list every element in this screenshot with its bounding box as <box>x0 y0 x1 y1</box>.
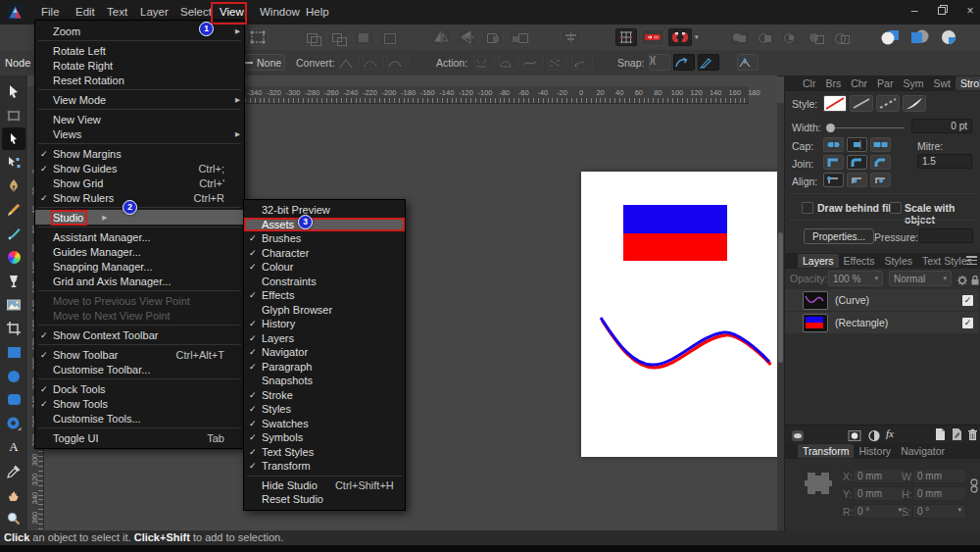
join-bevel-button[interactable] <box>870 155 891 170</box>
menu-item-views[interactable]: Views▶ <box>35 126 244 141</box>
layer-row-curve[interactable]: (Curve)✓ <box>785 289 979 311</box>
menubar-item-edit[interactable]: Edit <box>72 3 99 21</box>
panel-menu-icon[interactable] <box>966 256 977 265</box>
stroke-panel-tab-swt[interactable]: Swt <box>928 76 956 90</box>
layers-panel-tab-styles[interactable]: Styles <box>879 254 917 268</box>
menu-item-show-tools[interactable]: ✓Show Tools <box>35 396 244 411</box>
layers-panel-tab-effects[interactable]: Effects <box>839 254 880 268</box>
link-dimensions-icon[interactable] <box>970 477 978 500</box>
menu-item-show-grid[interactable]: Show GridCtrl+' <box>35 176 244 190</box>
vector-crop-tool-button[interactable] <box>2 318 25 340</box>
transform-field-s[interactable]: 0 °▾ <box>912 504 966 519</box>
menu-item-glyph-browser[interactable]: Glyph Browser <box>244 303 405 318</box>
join-round-button[interactable] <box>847 155 867 170</box>
width-slider-knob[interactable] <box>826 124 835 132</box>
rounded-rectangle-tool-button[interactable] <box>2 388 25 411</box>
transform-panel-tab-history[interactable]: History <box>854 444 896 458</box>
menu-item-swatches[interactable]: ✓Swatches <box>244 417 405 431</box>
menu-item-colour[interactable]: ✓Colour <box>244 260 405 275</box>
transform-anchor-widget[interactable] <box>802 468 837 503</box>
artboard-tool-button[interactable] <box>2 104 25 126</box>
insert-inside-button[interactable] <box>937 28 962 46</box>
layer-effects-fx-icon[interactable]: fx <box>886 427 894 439</box>
transform-panel-tab-transform[interactable]: Transform <box>798 444 854 458</box>
menu-item-transform[interactable]: ✓Transform <box>244 459 405 474</box>
insert-on-top-button[interactable] <box>907 28 933 46</box>
menu-item-text-styles[interactable]: ✓Text Styles <box>244 445 405 460</box>
layer-row-rectangle[interactable]: (Rectangle)✓ <box>785 312 979 333</box>
menu-item-reset-studio[interactable]: Reset Studio <box>244 492 405 507</box>
vector-brush-tool-button[interactable] <box>2 223 25 245</box>
stroke-style-brush-button[interactable] <box>903 95 926 112</box>
menu-item-symbols[interactable]: ✓Symbols <box>244 430 405 445</box>
zoom-tool-button[interactable] <box>2 507 25 529</box>
menu-item-layers[interactable]: ✓Layers <box>244 331 405 346</box>
menubar-item-text[interactable]: Text <box>103 3 131 21</box>
menu-item-hide-studio[interactable]: Hide StudioCtrl+Shift+H <box>244 478 405 493</box>
transform-field-x[interactable]: 0 mm <box>853 469 906 483</box>
minimize-button[interactable]: – <box>904 3 925 21</box>
lock-icon[interactable] <box>970 273 980 290</box>
menubar-item-file[interactable]: File <box>37 3 64 21</box>
menu-item-show-guides[interactable]: ✓Show GuidesCtrl+; <box>35 161 244 176</box>
flag-rectangle-red[interactable] <box>623 233 727 261</box>
menu-item-show-context-toolbar[interactable]: ✓Show Context Toolbar <box>35 327 244 342</box>
menu-item-show-margins[interactable]: ✓Show Margins <box>35 146 244 161</box>
menu-item-snapping-manager[interactable]: Snapping Manager... <box>35 259 244 274</box>
show-grid-toggle[interactable] <box>615 28 637 46</box>
stroke-style-solid-button[interactable] <box>850 95 873 112</box>
menubar-item-layer[interactable]: Layer <box>136 3 172 21</box>
menu-item-customise-tools[interactable]: Customise Tools... <box>35 411 244 426</box>
menu-item-show-rulers[interactable]: ✓Show RulersCtrl+R <box>35 190 244 205</box>
donut-tool-button[interactable] <box>2 413 25 435</box>
cap-butt-button[interactable] <box>847 137 867 152</box>
menubar-item-window[interactable]: Window <box>256 3 304 21</box>
transparency-tool-button[interactable] <box>2 271 25 293</box>
mitre-value-field[interactable]: 1.5 <box>917 154 972 169</box>
transform-field-r[interactable]: 0 °▾ <box>853 504 906 519</box>
snap-to-geometry-button[interactable]: )( <box>649 54 670 71</box>
construction-snap-button[interactable] <box>698 54 719 71</box>
menu-item-assets[interactable]: Assets <box>244 218 405 232</box>
align-center-button[interactable] <box>823 173 844 187</box>
menu-item-styles[interactable]: ✓Styles <box>244 402 405 417</box>
menu-item-effects[interactable]: ✓Effects <box>244 288 405 303</box>
stroke-panel-tab-brs[interactable]: Brs <box>820 76 846 90</box>
menu-item-new-view[interactable]: New View <box>35 112 244 126</box>
menu-item-32-bit-preview[interactable]: 32-bit Preview <box>244 203 405 218</box>
menu-item-paragraph[interactable]: ✓Paragraph <box>244 360 405 375</box>
curve-object[interactable] <box>589 304 777 377</box>
menu-item-grid-and-axis-manager[interactable]: Grid and Axis Manager... <box>35 274 244 288</box>
menu-item-rotate-left[interactable]: Rotate Left <box>35 43 244 58</box>
draw-behind-fill-checkbox[interactable] <box>802 202 813 214</box>
align-outside-button[interactable] <box>870 173 891 187</box>
menu-item-constraints[interactable]: Constraints <box>244 275 405 289</box>
transform-field-y[interactable]: 0 mm <box>853 486 906 501</box>
menu-item-assistant-manager[interactable]: Assistant Manager... <box>35 229 244 244</box>
transform-mode-button[interactable] <box>247 28 269 46</box>
layer-visibility-checkbox[interactable]: ✓ <box>962 295 973 306</box>
menu-item-dock-tools[interactable]: ✓Dock Tools <box>35 381 244 396</box>
pencil-tool-button[interactable] <box>2 199 25 222</box>
layers-panel-tab-layers[interactable]: Layers <box>798 254 839 268</box>
menu-item-reset-rotation[interactable]: Reset Rotation <box>35 73 244 87</box>
menu-item-character[interactable]: ✓Character <box>244 246 405 261</box>
stroke-panel-tab-sym[interactable]: Sym <box>898 76 928 90</box>
menu-item-studio[interactable]: Studio▶ <box>35 210 244 225</box>
join-miter-button[interactable] <box>823 155 844 170</box>
flag-rectangle-blue[interactable] <box>623 205 727 233</box>
restore-button[interactable] <box>932 3 954 21</box>
transform-field-w[interactable]: 0 mm <box>912 469 966 483</box>
menu-item-customise-toolbar[interactable]: Customise Toolbar... <box>35 362 244 376</box>
sharp-corners-button[interactable] <box>737 54 759 71</box>
toggle-margins-button[interactable] <box>641 28 664 46</box>
align-inside-button[interactable] <box>847 173 867 187</box>
move-tool-button[interactable] <box>2 80 25 103</box>
fill-tool-button[interactable] <box>2 246 25 269</box>
menu-item-stroke[interactable]: ✓Stroke <box>244 388 405 403</box>
menubar-item-select[interactable]: Select <box>176 3 216 21</box>
cap-round-button[interactable] <box>823 137 844 152</box>
node-tool-button[interactable] <box>2 127 25 150</box>
view-tool-button[interactable] <box>2 483 25 506</box>
snapping-dropdown-caret-icon[interactable]: ▾ <box>695 33 699 41</box>
